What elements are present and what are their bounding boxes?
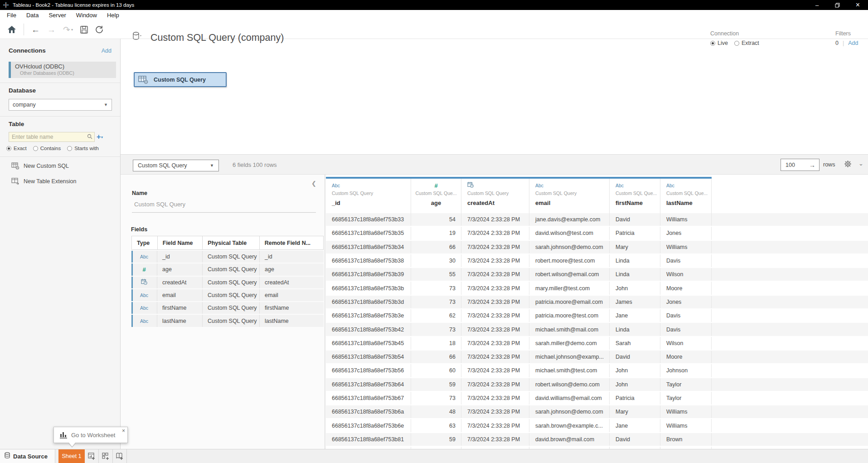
grid-column-header-createdAt[interactable]: Custom SQL QuerycreatedAt bbox=[461, 179, 529, 213]
add-table-button[interactable]: +▾ bbox=[97, 133, 103, 141]
grid-column-header-email[interactable]: AbcCustom SQL Queryemail bbox=[529, 179, 610, 213]
grid-row: 66856137c18f8a68ef753b3b737/3/2024 2:33:… bbox=[326, 282, 868, 295]
field-row-age[interactable]: #ageCustom SQL Queryage bbox=[131, 263, 324, 275]
field-row-createdAt[interactable]: createdAtCustom SQL QuerycreatedAt bbox=[131, 277, 324, 288]
grid-cell-createdAt: 7/3/2024 2:33:28 PM bbox=[461, 323, 529, 336]
new-custom-sql[interactable]: New Custom SQL bbox=[11, 162, 69, 170]
new-story-button[interactable] bbox=[113, 449, 127, 463]
restore-button[interactable] bbox=[827, 0, 848, 10]
new-worksheet-button[interactable] bbox=[85, 449, 99, 463]
grid-row: 66856137c18f8a68ef753b39557/3/2024 2:33:… bbox=[326, 268, 868, 282]
grid-cell-createdAt: 7/3/2024 2:33:28 PM bbox=[461, 351, 529, 363]
grid-cell-_id: 66856137c18f8a68ef753b38 bbox=[326, 254, 411, 267]
sheet-1-tab-label: Sheet 1 bbox=[62, 453, 81, 459]
fields-column-header[interactable]: Physical Table bbox=[203, 236, 259, 249]
menu-file[interactable]: File bbox=[2, 10, 21, 20]
datasource-canvas: Custom SQL Query (company) Connection Li… bbox=[121, 39, 868, 154]
tab-sheet-1[interactable]: Sheet 1 bbox=[58, 449, 85, 463]
grid-cell-age: 59 bbox=[411, 378, 461, 391]
forward-button[interactable]: → bbox=[44, 23, 59, 36]
menu-data[interactable]: Data bbox=[21, 10, 44, 20]
new-table-extension[interactable]: New Table Extension bbox=[11, 178, 77, 185]
connection-mode-live[interactable]: Live bbox=[710, 40, 728, 46]
field-row-lastName[interactable]: AbclastNameCustom SQL QuerylastName bbox=[131, 315, 324, 327]
grid-cell-email: mary.miller@test.com bbox=[529, 282, 610, 294]
redo-button[interactable]: ↷▾ bbox=[59, 23, 77, 36]
match-option-starts-with[interactable]: Starts with bbox=[67, 146, 99, 151]
grid-cell-createdAt: 7/3/2024 2:33:28 PM bbox=[461, 405, 529, 418]
save-button[interactable] bbox=[77, 23, 92, 36]
connection-mode-extract[interactable]: Extract bbox=[734, 40, 759, 46]
grid-cell-firstName: John bbox=[610, 282, 660, 294]
grid-cell-lastName: Williams bbox=[660, 419, 712, 432]
table-search-input[interactable]: Enter table name bbox=[9, 132, 95, 142]
column-name: age bbox=[411, 200, 461, 206]
apply-rows-icon[interactable]: → bbox=[809, 161, 815, 169]
match-option-contains[interactable]: Contains bbox=[33, 146, 61, 151]
fields-column-header[interactable]: Type bbox=[132, 236, 158, 249]
grid-column-header-age[interactable]: #Custom SQL Que...age bbox=[411, 179, 461, 213]
menu-server[interactable]: Server bbox=[44, 10, 71, 20]
home-button[interactable] bbox=[4, 23, 20, 36]
field-name-cell: age bbox=[157, 263, 203, 275]
grid-cell-email: sarah.johnson@demo.com bbox=[529, 405, 610, 418]
tab-data-source[interactable]: Data Source bbox=[0, 449, 55, 463]
datasource-title[interactable]: Custom SQL Query (company) bbox=[150, 32, 284, 44]
column-source: Custom SQL Query bbox=[467, 190, 529, 198]
grid-cell-createdAt: 7/3/2024 2:33:28 PM bbox=[461, 254, 529, 267]
grid-cell-lastName: Brown bbox=[660, 433, 712, 446]
refresh-button[interactable] bbox=[92, 23, 107, 36]
collapse-grid-chevron-icon[interactable]: ⌄ bbox=[858, 160, 863, 167]
custom-sql-icon bbox=[138, 75, 149, 84]
close-button[interactable]: × bbox=[848, 0, 868, 10]
remote-field-cell: createdAt bbox=[260, 277, 324, 288]
database-selected-value: company bbox=[13, 102, 36, 108]
field-row-_id[interactable]: Abc_idCustom SQL Query_id bbox=[131, 251, 324, 263]
grid-cell-createdAt: 7/3/2024 2:33:28 PM bbox=[461, 309, 529, 322]
filters-add-link[interactable]: Add bbox=[848, 40, 858, 46]
string-type-icon: Abc bbox=[140, 305, 148, 311]
grid-cell-firstName: Patricia bbox=[610, 392, 660, 405]
custom-sql-table-box[interactable]: Custom SQL Query bbox=[134, 72, 227, 87]
grid-cell-_id: 66856137c18f8a68ef753b56 bbox=[326, 364, 411, 377]
row-count-input[interactable]: 100 → bbox=[781, 159, 820, 171]
grid-cell-_id: 66856137c18f8a68ef753b81 bbox=[326, 433, 411, 446]
grid-row: 66856137c18f8a68ef753b54667/3/2024 2:33:… bbox=[326, 351, 868, 364]
field-row-email[interactable]: AbcemailCustom SQL Queryemail bbox=[131, 289, 324, 301]
database-select[interactable]: company ▼ bbox=[9, 99, 112, 111]
physical-table-cell: Custom SQL Query bbox=[203, 263, 260, 275]
remote-field-cell: email bbox=[260, 289, 324, 301]
grid-cell-lastName: Taylor bbox=[660, 392, 712, 405]
grid-settings-gear-icon[interactable] bbox=[844, 160, 852, 170]
fields-column-header[interactable]: Field Name bbox=[158, 236, 203, 249]
grid-column-header-_id[interactable]: AbcCustom SQL Query_id bbox=[326, 179, 411, 213]
field-type-cell: Abc bbox=[131, 289, 157, 301]
close-tooltip-icon[interactable]: × bbox=[122, 428, 125, 434]
column-source: Custom SQL Que... bbox=[666, 190, 711, 198]
grid-column-header-firstName[interactable]: AbcCustom SQL Que...firstName bbox=[610, 179, 660, 213]
grid-column-header-lastName[interactable]: AbcCustom SQL Que...lastName bbox=[660, 179, 712, 213]
grid-cell-firstName: Jane bbox=[610, 309, 660, 322]
menu-help[interactable]: Help bbox=[102, 10, 124, 20]
table-name-field[interactable]: Custom SQL Query bbox=[134, 201, 185, 208]
database-icon[interactable] bbox=[132, 31, 142, 44]
table-select-dropdown[interactable]: Custom SQL Query ▼ bbox=[133, 160, 219, 171]
field-type-cell: # bbox=[131, 263, 157, 275]
string-type-icon: Abc bbox=[140, 292, 148, 298]
minimize-button[interactable]: – bbox=[807, 0, 827, 10]
new-dashboard-button[interactable] bbox=[99, 449, 113, 463]
fields-column-header[interactable]: Remote Field N... bbox=[260, 236, 323, 249]
back-button[interactable]: ← bbox=[28, 23, 44, 36]
fields-table-header: TypeField NamePhysical TableRemote Field… bbox=[131, 236, 324, 250]
grid-row: 66856137c18f8a68ef753b35197/3/2024 2:33:… bbox=[326, 227, 868, 240]
field-row-firstName[interactable]: AbcfirstNameCustom SQL QueryfirstName bbox=[131, 302, 324, 314]
field-type-cell: Abc bbox=[131, 315, 157, 327]
field-type-cell: Abc bbox=[131, 302, 157, 314]
titlebar: Tableau - Book2 - Tableau license expire… bbox=[0, 0, 868, 10]
physical-table-cell: Custom SQL Query bbox=[203, 289, 260, 301]
add-connection-link[interactable]: Add bbox=[102, 48, 112, 54]
match-option-exact[interactable]: Exact bbox=[6, 146, 27, 151]
collapse-pane-icon[interactable]: ❮ bbox=[311, 180, 316, 187]
connection-item-ovhcloud[interactable]: OVHcloud (ODBC) Other Databases (ODBC) bbox=[9, 62, 116, 78]
menu-window[interactable]: Window bbox=[71, 10, 102, 20]
